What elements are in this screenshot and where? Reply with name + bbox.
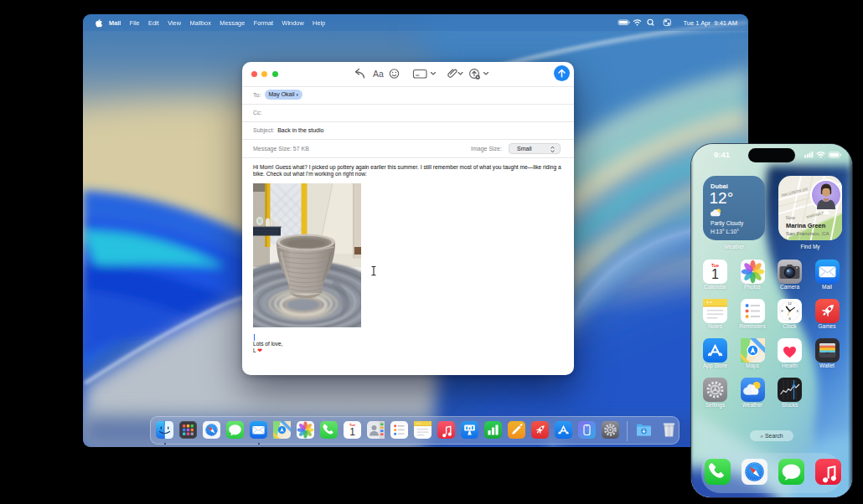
svg-text:Partly Cloudy: Partly Cloudy — [711, 220, 744, 227]
svg-text:Aa: Aa — [373, 69, 384, 79]
svg-text:H:13° L:10°: H:13° L:10° — [711, 229, 739, 234]
svg-text:Marina Green: Marina Green — [786, 222, 826, 229]
svg-text:12: 12 — [788, 301, 792, 305]
svg-text:1: 1 — [349, 425, 355, 437]
svg-text:Now: Now — [786, 215, 795, 220]
svg-text:12°: 12° — [710, 189, 734, 207]
svg-text:1: 1 — [711, 267, 719, 281]
svg-text:San Francisco, CA: San Francisco, CA — [786, 230, 829, 236]
